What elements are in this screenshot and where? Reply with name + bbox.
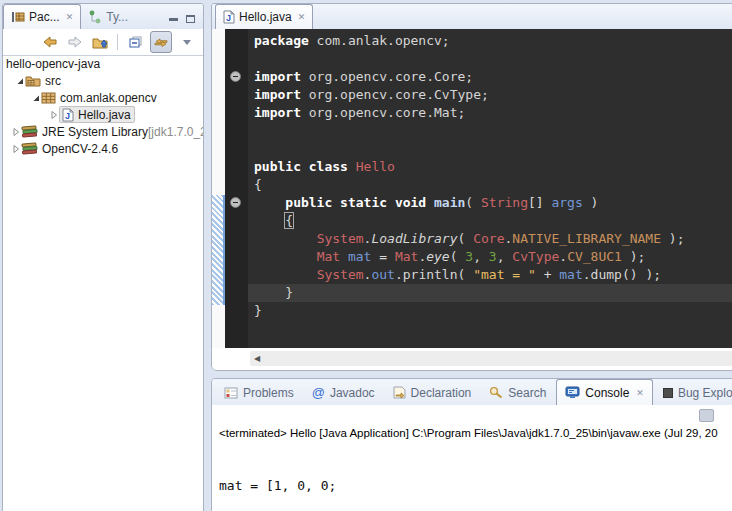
code-token-pl	[254, 249, 317, 264]
editor-fold-gutter[interactable]	[225, 29, 248, 348]
code-line[interactable]: import org.opencv.core.Mat;	[254, 104, 732, 122]
tree-item-package[interactable]: com.anlak.opencv	[3, 89, 203, 106]
minimize-icon[interactable]	[169, 18, 178, 21]
editor-tabbar: J Hello.java ✕	[212, 4, 732, 30]
java-file-icon: J	[62, 108, 74, 122]
tree-item-src[interactable]: src	[3, 72, 203, 89]
collapsed-triangle-icon[interactable]	[49, 110, 59, 120]
library-icon	[21, 142, 38, 155]
tab-label: Hello.java	[239, 10, 292, 24]
link-with-editor-icon[interactable]	[150, 31, 172, 53]
tree-item-label: src	[45, 74, 61, 88]
code-line[interactable]: {	[254, 212, 732, 230]
tree-item-hello-java[interactable]: J Hello.java	[3, 106, 203, 123]
code-line[interactable]: }	[254, 302, 732, 320]
console-panel: Problems @ Javadoc Declaration Search	[211, 378, 732, 511]
problems-icon	[224, 387, 238, 399]
code-line[interactable]	[254, 50, 732, 68]
code-editor[interactable]: package com.anlak.opencv; import org.ope…	[248, 29, 732, 348]
tree-item-jre-library[interactable]: JRE System Library [jdk1.7.0_25]	[3, 123, 203, 140]
fold-collapse-icon[interactable]	[230, 197, 241, 208]
left-panel-tabbar: Pac... ✕ Ty...	[3, 4, 203, 29]
tab-label: Pac...	[29, 10, 60, 24]
package-explorer-toolbar	[3, 29, 203, 56]
code-token-mit: LoadLibrary	[371, 231, 457, 246]
code-line[interactable]: import org.opencv.core.CvType;	[254, 86, 732, 104]
javadoc-at-icon: @	[312, 385, 325, 400]
code-line[interactable]: public static void main( String[] args )	[254, 194, 732, 212]
tree-item-label: JRE System Library	[42, 125, 148, 139]
scroll-left-icon[interactable]: ◀	[250, 354, 260, 363]
code-token-kw: import	[254, 69, 301, 84]
code-line[interactable]: package com.anlak.opencv;	[254, 32, 732, 50]
code-token-pl: .println(	[395, 267, 473, 282]
code-token-kw: package	[254, 33, 309, 48]
code-token-pl: org.opencv.core.Core;	[301, 69, 473, 84]
code-line[interactable]: }	[254, 284, 732, 302]
selected-item-highlight: J Hello.java	[59, 106, 135, 123]
code-token-pl: com.anlak.opencv;	[309, 33, 450, 48]
code-token-pl: .dump() );	[583, 267, 661, 282]
collapsed-triangle-icon[interactable]	[11, 127, 21, 137]
close-icon[interactable]: ✕	[634, 388, 644, 398]
expanded-triangle-icon[interactable]	[31, 94, 41, 102]
code-token-pl: )	[583, 195, 599, 210]
tree-item-opencv-library[interactable]: OpenCV-2.4.6	[3, 140, 203, 157]
view-menu-icon[interactable]	[177, 32, 197, 52]
tab-search[interactable]: Search	[481, 380, 554, 405]
collapse-all-icon[interactable]	[125, 32, 145, 52]
tree-item-label: hello-opencv-java	[6, 57, 100, 71]
code-line[interactable]: {	[254, 176, 732, 194]
tab-bug-explorer[interactable]: Bug Explorer	[655, 380, 732, 405]
code-line[interactable]: import org.opencv.core.Core;	[254, 68, 732, 86]
code-line[interactable]: System.out.println( "mat = " + mat.dump(…	[254, 266, 732, 284]
code-line[interactable]: System.LoadLibrary( Core.NATIVE_LIBRARY_…	[254, 230, 732, 248]
forward-arrow-icon[interactable]	[65, 32, 85, 52]
code-token-pl: =	[371, 249, 394, 264]
maximize-icon[interactable]	[186, 15, 195, 23]
tab-console[interactable]: Console ✕	[556, 379, 653, 405]
tab-declaration[interactable]: Declaration	[385, 380, 480, 405]
tree-item-project[interactable]: hello-opencv-java	[3, 55, 203, 72]
code-line[interactable]: public class Hello	[254, 158, 732, 176]
tree-item-decoration: [jdk1.7.0_25]	[148, 125, 204, 139]
code-token-pl: ,	[473, 249, 489, 264]
package-explorer-panel: Pac... ✕ Ty...	[2, 3, 204, 511]
editor-vertical-ruler[interactable]	[212, 29, 225, 348]
tab-package-explorer[interactable]: Pac... ✕	[3, 4, 81, 29]
horizontal-scrollbar[interactable]: ◀	[250, 351, 732, 366]
fold-collapse-icon[interactable]	[230, 71, 241, 82]
close-icon[interactable]: ✕	[296, 12, 306, 22]
console-output[interactable]: mat = [1, 0, 0; 0, 1, 0; 0, 0, 1]	[212, 439, 732, 511]
declaration-icon	[393, 386, 406, 399]
code-token-pl: );	[622, 249, 645, 264]
code-token-pl: +	[536, 267, 559, 282]
code-token-pl: org.opencv.core.Mat;	[301, 105, 465, 120]
code-token-pl: .	[559, 249, 567, 264]
code-line[interactable]	[254, 140, 732, 158]
collapsed-triangle-icon[interactable]	[11, 144, 21, 154]
tab-type-hierarchy[interactable]: Ty...	[81, 5, 135, 29]
back-arrow-icon[interactable]	[40, 32, 60, 52]
tab-javadoc[interactable]: @ Javadoc	[304, 380, 383, 405]
code-line[interactable]	[254, 122, 732, 140]
tab-problems[interactable]: Problems	[216, 380, 302, 405]
bug-explorer-icon	[663, 388, 673, 398]
tab-label: Ty...	[106, 10, 128, 24]
close-icon[interactable]: ✕	[64, 12, 74, 22]
console-toolbar-icon[interactable]	[699, 409, 714, 422]
code-token-pl: org.opencv.core.CvType;	[301, 87, 489, 102]
up-folder-icon[interactable]	[90, 32, 110, 52]
method-range-indicator	[212, 195, 225, 305]
code-token-cls: Mat	[395, 249, 418, 264]
java-file-icon: J	[223, 10, 235, 24]
code-token-pl: );	[661, 231, 684, 246]
tab-hello-java[interactable]: J Hello.java ✕	[215, 4, 313, 29]
code-line[interactable]: Mat mat = Mat.eye( 3, 3, CvType.CV_8UC1 …	[254, 248, 732, 266]
code-token-pl	[254, 195, 285, 210]
code-token-cls: String	[481, 195, 528, 210]
code-token-pl: }	[254, 303, 262, 318]
console-title: <terminated> Hello [Java Application] C:…	[212, 425, 732, 439]
tree-item-label: OpenCV-2.4.6	[42, 142, 118, 156]
expanded-triangle-icon[interactable]	[15, 77, 25, 85]
